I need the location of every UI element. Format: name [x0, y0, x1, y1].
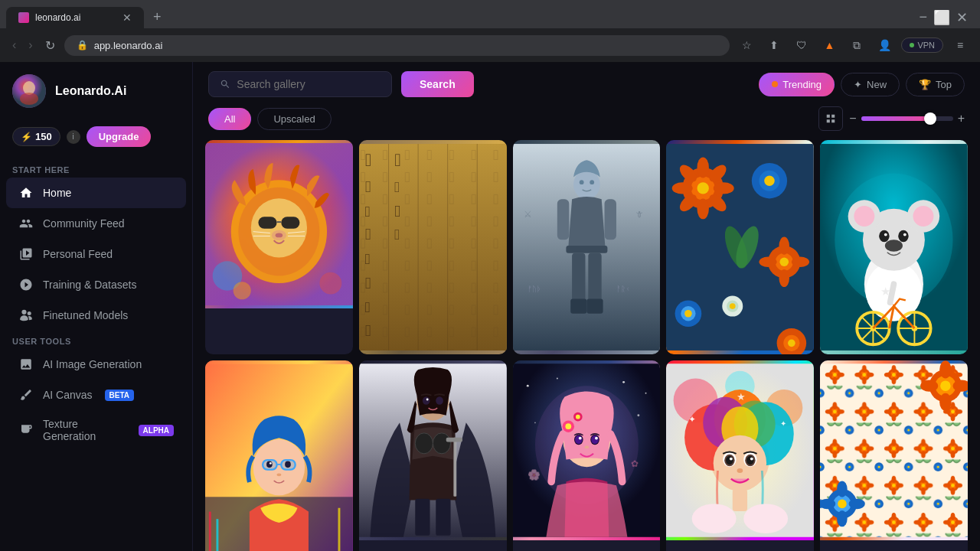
- svg-point-151: [576, 415, 580, 419]
- generate-similar-btn-6[interactable]: #: [301, 367, 322, 388]
- sidebar-item-personal-feed[interactable]: Personal Feed: [6, 239, 186, 269]
- zoom-slider[interactable]: − +: [849, 112, 965, 126]
- expand-btn-3[interactable]: ⤢: [632, 146, 654, 168]
- edit-btn-8[interactable]: ✎: [608, 367, 629, 388]
- filter-group: Trending ✦ New 🏆 Top: [759, 73, 965, 96]
- svg-point-77: [792, 257, 809, 267]
- view-controls: − +: [818, 106, 965, 131]
- maximize-btn[interactable]: ⬜: [933, 9, 950, 26]
- sidebar-item-training-datasets[interactable]: Training & Datasets: [6, 269, 186, 300]
- more-btn-1[interactable]: •••: [325, 146, 347, 168]
- generate-similar-btn-2[interactable]: #: [455, 146, 476, 168]
- svg-point-130: [433, 433, 450, 454]
- svg-text:𓏏: 𓏏: [365, 321, 371, 339]
- active-tab[interactable]: leonardo.ai ✕: [6, 7, 144, 28]
- vpn-badge[interactable]: VPN: [901, 37, 943, 53]
- svg-rect-41: [566, 246, 607, 253]
- svg-rect-7: [258, 217, 276, 228]
- search-box[interactable]: [208, 71, 392, 97]
- sidebar-item-ai-image-gen[interactable]: AI Image Generation: [6, 349, 186, 380]
- texture-icon: [18, 422, 34, 438]
- generate-similar-btn-3[interactable]: #: [583, 146, 605, 168]
- svg-point-83: [684, 310, 692, 318]
- svg-point-18: [234, 282, 251, 299]
- search-button[interactable]: Search: [401, 71, 474, 97]
- minimize-btn[interactable]: −: [919, 9, 927, 26]
- zoom-track[interactable]: [861, 116, 953, 121]
- top-filter-btn[interactable]: 🏆 Top: [906, 73, 965, 96]
- gallery-item-5[interactable]: ★: [820, 140, 968, 354]
- profile-btn[interactable]: 👤: [874, 34, 895, 56]
- zoom-in-btn[interactable]: +: [958, 112, 965, 126]
- zoom-thumb[interactable]: [924, 112, 936, 125]
- forward-btn[interactable]: ›: [25, 35, 35, 55]
- svg-point-129: [415, 433, 433, 454]
- tab-close-btn[interactable]: ✕: [122, 11, 132, 24]
- expand-btn-6[interactable]: ⤢: [325, 367, 347, 388]
- address-bar[interactable]: 🔒 app.leonardo.ai: [64, 35, 730, 56]
- tab-upscaled[interactable]: Upscaled: [257, 108, 331, 130]
- sidebar-item-home[interactable]: Home: [6, 178, 186, 208]
- start-here-label: Start Here: [0, 159, 192, 178]
- trending-dot: [772, 81, 778, 87]
- edit-btn-3[interactable]: ✎: [608, 146, 629, 168]
- gallery-scroll[interactable]: # ••• 𓂀: [193, 140, 980, 551]
- gallery-item-1[interactable]: # •••: [205, 140, 353, 354]
- tab-all[interactable]: All: [208, 108, 251, 130]
- svg-point-154: [575, 435, 583, 445]
- info-icon[interactable]: i: [67, 130, 80, 144]
- close-btn[interactable]: ✕: [956, 9, 968, 26]
- grid-view-btn[interactable]: [818, 106, 843, 131]
- share-btn[interactable]: ⬆: [763, 34, 785, 56]
- svg-point-100: [903, 233, 906, 236]
- svg-text:𓂸: 𓂸: [365, 178, 371, 195]
- bookmark-btn[interactable]: ☆: [736, 34, 757, 56]
- extensions-btn[interactable]: ⧉: [846, 34, 867, 56]
- sidebar-item-ai-canvas[interactable]: AI Canvas BETA: [6, 380, 186, 410]
- generate-similar-btn-4[interactable]: #: [786, 146, 808, 168]
- generate-similar-btn-1[interactable]: #: [301, 146, 322, 168]
- brave-btn[interactable]: ▲: [818, 34, 840, 56]
- gallery-item-8[interactable]: 🌸 ✿ # ✎ ⤢: [513, 360, 661, 551]
- search-icon: [220, 78, 230, 90]
- generate-similar-btn-5[interactable]: #: [940, 146, 962, 168]
- menu-btn[interactable]: ≡: [949, 34, 971, 56]
- url-text: app.leonardo.ai: [94, 40, 163, 51]
- svg-rect-127: [338, 508, 341, 551]
- svg-text:✦: ✦: [688, 415, 696, 424]
- gallery-item-6[interactable]: # ⤢: [205, 360, 353, 551]
- expand-btn-2[interactable]: ⤢: [479, 146, 501, 168]
- gallery-item-9[interactable]: ✦ ✦ ★: [666, 360, 814, 551]
- lock-icon: 🔒: [77, 40, 88, 51]
- svg-point-155: [591, 435, 599, 445]
- generate-similar-btn-9[interactable]: #: [786, 367, 808, 388]
- reload-btn[interactable]: ↻: [42, 35, 58, 56]
- search-input[interactable]: [237, 78, 381, 90]
- generate-similar-btn-8[interactable]: #: [583, 367, 605, 388]
- shield-btn[interactable]: 🛡: [791, 34, 812, 56]
- new-label: New: [867, 79, 887, 90]
- gallery-item-10[interactable]: #: [820, 360, 968, 551]
- gallery-item-2[interactable]: 𓂀: [359, 140, 507, 354]
- more-btn-7[interactable]: •••: [479, 367, 501, 388]
- new-filter-btn[interactable]: ✦ New: [841, 73, 900, 96]
- upgrade-button[interactable]: Upgrade: [87, 126, 152, 147]
- gallery-grid: # ••• 𓂀: [205, 140, 968, 551]
- generate-similar-btn-10[interactable]: #: [940, 367, 962, 388]
- new-tab-btn[interactable]: +: [147, 6, 168, 28]
- main-content: Search Trending ✦ New 🏆 Top All Ups: [193, 62, 980, 551]
- gallery-item-7[interactable]: •••: [359, 360, 507, 551]
- trending-filter-btn[interactable]: Trending: [759, 73, 835, 96]
- zoom-out-btn[interactable]: −: [849, 112, 856, 126]
- back-btn[interactable]: ‹: [9, 35, 19, 55]
- gallery-item-3[interactable]: ⚔ 🗡 ᚠᚢᚦ ᚨᚱᚲ # ✎ ⤢: [513, 140, 661, 354]
- avatar[interactable]: [12, 74, 46, 108]
- sidebar-item-community-feed[interactable]: Community Feed: [6, 208, 186, 239]
- sidebar-item-finetuned-models[interactable]: Finetuned Models: [6, 300, 186, 331]
- vpn-label: VPN: [917, 41, 935, 50]
- svg-point-86: [788, 339, 795, 347]
- sidebar-item-texture-gen[interactable]: Texture Generation ALPHA: [6, 410, 186, 450]
- gallery-item-4[interactable]: #: [666, 140, 814, 354]
- svg-point-187: [744, 504, 789, 533]
- expand-btn-8[interactable]: ⤢: [632, 367, 654, 388]
